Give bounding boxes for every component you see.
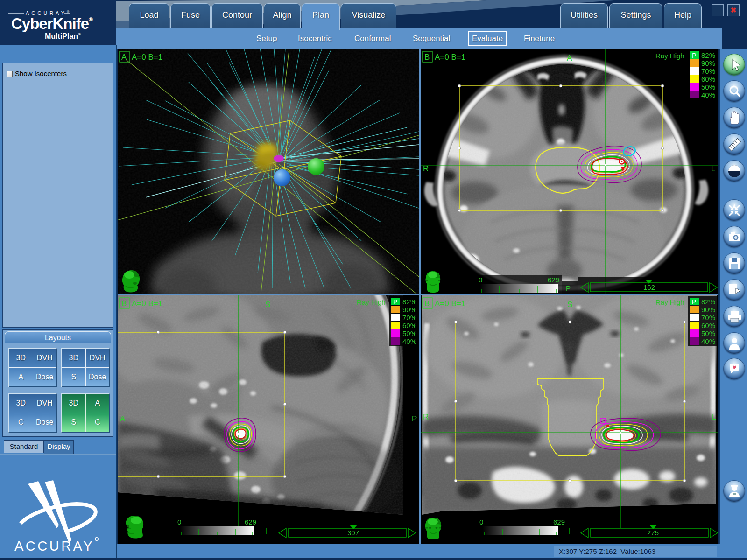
svg-text:S: S [265,300,270,309]
svg-text:L: L [712,413,716,421]
svg-text:Ray High: Ray High [357,298,386,306]
svg-text:275: 275 [647,529,659,537]
svg-text:A: A [120,414,126,423]
svg-text:A=0 B=1: A=0 B=1 [132,299,162,308]
svg-text:629: 629 [553,518,565,526]
svg-text:Ray High: Ray High [655,52,684,60]
svg-text:50%: 50% [701,329,715,337]
svg-text:50%: 50% [701,83,715,91]
svg-text:50%: 50% [402,329,416,337]
svg-text:629: 629 [548,276,559,284]
svg-text:0: 0 [177,518,181,526]
svg-text:40%: 40% [701,91,715,99]
svg-text:R: R [423,164,429,173]
svg-text:82%: 82% [402,298,416,306]
svg-text:B: B [121,299,127,308]
svg-text:A=0 B=1: A=0 B=1 [435,53,465,62]
svg-text:162: 162 [643,283,655,291]
svg-text:0: 0 [479,276,482,284]
svg-text:R: R [423,413,429,421]
svg-text:P: P [566,284,571,292]
svg-text:70%: 70% [701,67,715,75]
svg-text:70%: 70% [701,314,715,322]
svg-text:40%: 40% [402,337,416,345]
svg-text:P: P [393,298,397,306]
svg-text:P: P [412,414,417,423]
svg-text:40%: 40% [701,337,715,345]
svg-text:60%: 60% [701,75,715,83]
svg-text:82%: 82% [701,298,715,306]
svg-text:A=0 B=1: A=0 B=1 [435,299,465,308]
svg-text:90%: 90% [701,59,715,67]
svg-text:P: P [692,52,696,59]
svg-text:60%: 60% [701,322,715,329]
svg-text:B: B [424,53,430,62]
svg-text:L: L [711,164,715,173]
svg-text:ACCURAY: ACCURAY [14,539,94,553]
svg-text:307: 307 [347,529,359,537]
svg-text:629: 629 [245,518,256,526]
svg-text:90%: 90% [701,306,715,314]
svg-text:B: B [424,299,430,308]
svg-text:Ray High: Ray High [655,298,684,306]
svg-text:90%: 90% [402,306,416,314]
svg-text:A: A [567,54,572,63]
svg-text:A: A [121,53,127,62]
svg-text:A=0 B=1: A=0 B=1 [132,53,162,62]
svg-text:70%: 70% [402,314,416,322]
svg-text:60%: 60% [402,322,416,329]
svg-text:S: S [567,300,572,309]
svg-text:0: 0 [479,518,483,526]
svg-text:82%: 82% [701,51,715,59]
svg-text:P: P [692,298,696,306]
